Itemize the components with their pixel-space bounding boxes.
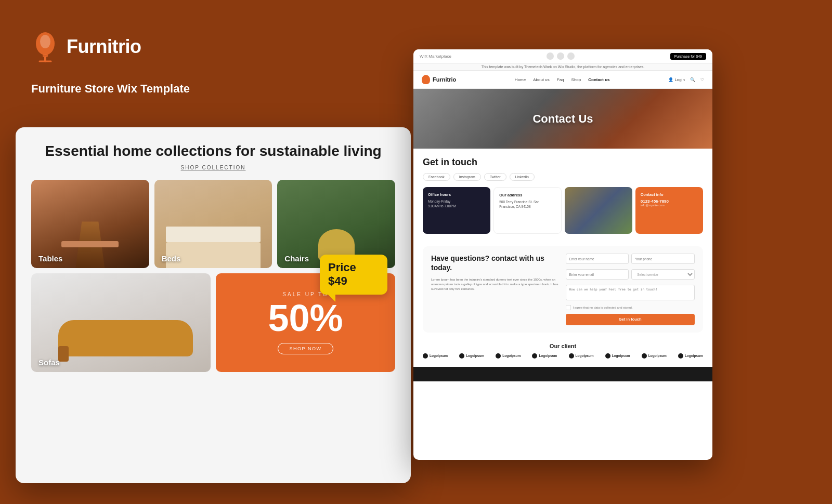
rc-address-card: Our address 500 Terry Francine St. San F… — [493, 187, 561, 234]
rc-contact-phone: 0123-456-7890 — [641, 199, 698, 204]
client-logo-circle-2 — [459, 353, 464, 359]
wix-icon-1 — [547, 52, 554, 60]
rc-contact-info-card: Contact info 0123-456-7890 info@mysite.c… — [635, 187, 703, 234]
rc-form-section: Have questions? contact with us today. L… — [423, 246, 703, 333]
rc-footer-bar — [413, 367, 712, 381]
client-logo-circle-6 — [605, 353, 610, 359]
rc-linkedin-btn[interactable]: LinkedIn — [510, 173, 535, 181]
rc-instagram-btn[interactable]: Instagram — [453, 173, 481, 181]
price-line2: $49 — [328, 274, 379, 288]
rc-nav-login[interactable]: 👤 Login — [668, 77, 685, 82]
rc-nav-about[interactable]: About us — [533, 77, 550, 82]
rc-address-body: 500 Terry Francine St. San Francisco, CA… — [499, 200, 555, 209]
category-beds[interactable]: Beds — [154, 180, 272, 268]
client-logo-circle-8 — [678, 353, 683, 359]
rc-hero-title: Contact Us — [532, 112, 593, 126]
rc-info-cards: Office hours Monday-Friday9.00AM to 7.00… — [423, 187, 703, 234]
wix-bar-icons — [547, 52, 575, 60]
rc-contact-email: info@mysite.com — [641, 204, 698, 207]
rc-client-logos: Logoipsum Logoipsum Logoipsum Logoipsum … — [423, 353, 703, 359]
rc-address-title: Our address — [499, 193, 555, 197]
rc-checkbox-label: I agree that no data is collected and st… — [573, 306, 633, 309]
client-logo-text-3: Logoipsum — [502, 354, 521, 357]
category-tables[interactable]: Tables — [31, 180, 149, 268]
rc-service-select[interactable]: Select service — [631, 269, 695, 280]
client-logo-4: Logoipsum — [532, 353, 557, 359]
client-logo-text-8: Logoipsum — [685, 354, 703, 357]
rc-room-image — [565, 187, 632, 234]
rc-name-input[interactable] — [566, 254, 629, 264]
wix-marketplace-label: WIX Marketplace — [420, 54, 451, 59]
rc-contact-section: Get in touch Facebook Instagram Twitter … — [413, 149, 712, 246]
brand-logo-icon — [31, 31, 59, 62]
rc-twitter-btn[interactable]: Twitter — [484, 173, 506, 181]
brand-subtitle: Furniture Store Wix Template — [31, 82, 190, 96]
rc-nav-faq[interactable]: Faq — [557, 77, 564, 82]
rc-form-left-col: Have questions? contact with us today. L… — [431, 254, 561, 325]
rc-office-hours-card: Office hours Monday-Friday9.00AM to 7.00… — [423, 187, 490, 234]
client-logo-circle-7 — [642, 353, 647, 359]
price-badge: Price $49 — [320, 255, 387, 295]
client-logo-circle-3 — [496, 353, 501, 359]
rc-nav-shop[interactable]: Shop — [571, 77, 581, 82]
sale-button[interactable]: SHOP NOW — [278, 343, 334, 354]
wix-notice-bar: This template was built by Themetech.Wor… — [413, 63, 712, 71]
rc-form-desc: Lorem Ipsum has been the industry's stan… — [431, 277, 561, 291]
rc-office-title: Office hours — [428, 192, 485, 197]
rc-room-image-card — [565, 187, 632, 234]
wix-purchase-button[interactable]: Purchase for $49 — [670, 53, 706, 60]
sofas-label: Sofas — [38, 358, 60, 367]
rc-social-buttons: Facebook Instagram Twitter LinkedIn — [423, 173, 703, 181]
client-logo-text-7: Logoipsum — [648, 354, 667, 357]
tables-label: Tables — [38, 254, 62, 263]
rc-office-body: Monday-Friday9.00AM to 7.00PM — [428, 199, 485, 208]
rc-nav-brand-name: Furnitrio — [433, 76, 456, 83]
rc-nav-right: 👤 Login 🔍 ♡ — [668, 77, 704, 82]
lc-shop-link[interactable]: SHOP COLLECTION — [31, 165, 395, 170]
rc-nav-contact[interactable]: Contact us — [588, 77, 609, 82]
right-card: WIX Marketplace Purchase for $49 This te… — [413, 49, 712, 460]
rc-checkbox-row: I agree that no data is collected and st… — [566, 305, 695, 310]
brand-header: Furnitrio — [31, 31, 141, 62]
sofas-image — [31, 273, 211, 372]
wix-icon-3 — [567, 52, 575, 60]
price-line1: Price — [328, 261, 379, 274]
sale-percent: 50% — [268, 299, 343, 337]
rc-form-right-col: Select service I agree that no data is c… — [566, 254, 695, 325]
client-logo-circle-5 — [569, 353, 574, 359]
rc-nav-home[interactable]: Home — [515, 77, 526, 82]
client-logo-8: Logoipsum — [678, 353, 703, 359]
rc-phone-input[interactable] — [631, 254, 695, 264]
client-logo-text-6: Logoipsum — [612, 354, 630, 357]
category-sofas[interactable]: Sofas — [31, 273, 211, 372]
rc-email-input[interactable] — [566, 269, 629, 280]
rc-logo-icon — [422, 75, 430, 84]
rc-message-textarea[interactable] — [566, 285, 695, 300]
brand-name: Furnitrio — [67, 36, 141, 58]
client-logo-text-5: Logoipsum — [576, 354, 594, 357]
lc-hero-text: Essential home collections for sustainab… — [31, 142, 395, 161]
rc-nav-search-icon[interactable]: 🔍 — [690, 77, 695, 82]
rc-nav-brand: Furnitrio — [422, 75, 456, 84]
beds-label: Beds — [162, 254, 181, 263]
client-logo-6: Logoipsum — [605, 353, 630, 359]
rc-hero-banner: Contact Us — [413, 89, 712, 149]
rc-agree-checkbox[interactable] — [566, 305, 571, 310]
wix-bar: WIX Marketplace Purchase for $49 — [413, 49, 712, 63]
client-logo-3: Logoipsum — [496, 353, 521, 359]
chairs-label: Chairs — [284, 254, 309, 263]
client-logo-2: Logoipsum — [459, 353, 484, 359]
rc-submit-button[interactable]: Get in touch — [566, 314, 695, 325]
left-card: Essential home collections for sustainab… — [16, 127, 411, 483]
rc-navbar: Furnitrio Home About us Faq Shop Contact… — [413, 71, 712, 89]
rc-nav-wishlist-icon[interactable]: ♡ — [700, 77, 704, 82]
rc-contact-info-title: Contact info — [641, 192, 698, 197]
rc-nav-links: Home About us Faq Shop Contact us — [515, 77, 610, 82]
client-logo-5: Logoipsum — [569, 353, 594, 359]
client-logo-1: Logoipsum — [423, 353, 448, 359]
rc-facebook-btn[interactable]: Facebook — [423, 173, 450, 181]
wix-notice-text: This template was built by Themetech.Wor… — [482, 65, 645, 69]
client-logo-text-2: Logoipsum — [466, 354, 484, 357]
client-logo-text-1: Logoipsum — [430, 354, 448, 357]
client-logo-circle-1 — [423, 353, 428, 359]
